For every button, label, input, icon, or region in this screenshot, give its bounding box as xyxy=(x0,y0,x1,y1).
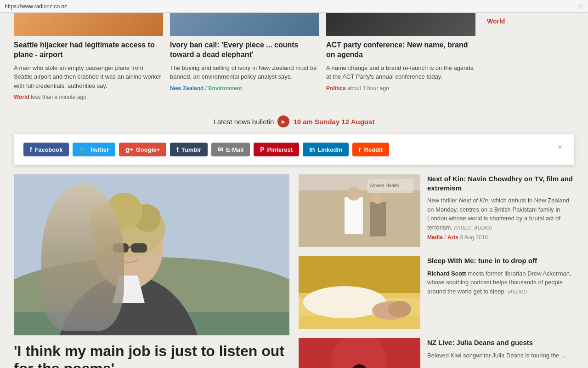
sleep-excerpt: Richard Scott meets former librarian Dre… xyxy=(427,269,574,296)
tumblr-share-button[interactable]: t Tumblr xyxy=(170,143,208,156)
share-close-button[interactable]: × xyxy=(555,143,565,152)
share-overlay: f Facebook 🐦 Twitter g+ Google+ t Tumblr… xyxy=(14,134,574,165)
play-button[interactable]: ▶ xyxy=(277,115,289,127)
svg-rect-20 xyxy=(370,202,386,236)
facebook-label: Facebook xyxy=(35,146,63,153)
svg-text:Ameed Health: Ameed Health xyxy=(370,183,399,188)
card-1-image xyxy=(14,13,163,36)
card-3-time: about 1 hour ago xyxy=(347,85,389,92)
svg-point-21 xyxy=(372,193,383,204)
googleplus-icon: g+ xyxy=(125,146,133,153)
nz-live-content: NZ Live: Julia Deans and guests Beloved … xyxy=(427,338,566,368)
sleep-image-svg xyxy=(299,256,420,329)
news-card-1: Seattle hijacker had legitimate access t… xyxy=(14,13,170,107)
svg-rect-18 xyxy=(345,197,363,234)
nz-live-excerpt: Beloved Kiwi songwriter Julia Deans is t… xyxy=(427,351,566,360)
next-of-kin-excerpt: New thriller Next of Kin, which debuts i… xyxy=(427,196,574,232)
sleep-tags: (AUDIO) xyxy=(508,289,527,294)
next-of-kin-tags: (VIDEO, AUDIO) xyxy=(454,225,492,230)
facebook-icon: f xyxy=(30,146,32,153)
tumblr-label: Tumblr xyxy=(181,146,201,153)
featured-headline[interactable]: 'I think my main job is just to listen o… xyxy=(14,342,289,368)
news-card-3: ACT party conference: New name, brand on… xyxy=(326,13,482,107)
pinterest-icon: P xyxy=(260,146,264,153)
svg-rect-9 xyxy=(113,243,129,253)
email-label: E-Mail xyxy=(226,146,243,153)
side-article-nz-live: NZ Live: Julia Deans and guests Beloved … xyxy=(299,338,574,368)
svg-point-30 xyxy=(332,338,387,368)
card-1-excerpt: A man who stole an empty passenger plane… xyxy=(14,63,163,91)
featured-image-svg xyxy=(14,174,289,335)
next-of-kin-cat2[interactable]: Arts xyxy=(447,234,458,241)
right-column: Ameed Health Next of Kin: Navin Chowdhry… xyxy=(299,174,574,368)
next-of-kin-image-svg: Ameed Health xyxy=(299,174,420,247)
next-of-kin-date: 8 Aug 2018 xyxy=(460,234,488,241)
card-2-excerpt: The buying and selling of ivory in New Z… xyxy=(170,63,319,81)
card-1-time: less than a minute ago xyxy=(31,94,86,100)
card-2-category[interactable]: New Zealand xyxy=(170,85,204,92)
bulletin-bar: Latest news bulletin ▶ 10 am Sunday 12 A… xyxy=(0,107,588,134)
svg-point-19 xyxy=(347,187,361,201)
card-3-excerpt: A name change and a brand re-launch is o… xyxy=(326,63,475,81)
facebook-share-button[interactable]: f Facebook xyxy=(23,143,69,156)
next-of-kin-cat1[interactable]: Media xyxy=(427,234,443,241)
card-2-image xyxy=(170,13,319,36)
email-share-button[interactable]: ✉ E-Mail xyxy=(211,143,250,156)
reddit-share-button[interactable]: r Reddit xyxy=(352,143,389,156)
nz-live-image-svg xyxy=(299,338,420,368)
featured-article-image xyxy=(14,174,289,335)
share-buttons-group: f Facebook 🐦 Twitter g+ Google+ t Tumblr… xyxy=(23,143,389,156)
next-of-kin-content: Next of Kin: Navin Chowdhry on TV, film … xyxy=(427,174,574,247)
reddit-icon: r xyxy=(359,146,361,153)
card-3-image xyxy=(326,13,475,36)
linkedin-label: LinkedIn xyxy=(318,146,342,153)
top-cards-row: Seattle hijacker had legitimate access t… xyxy=(0,13,588,107)
sleep-headline[interactable]: Sleep With Me: tune in to drop off xyxy=(427,256,574,265)
sleep-content: Sleep With Me: tune in to drop off Richa… xyxy=(427,256,574,329)
main-content-section: 'I think my main job is just to listen o… xyxy=(0,165,588,368)
googleplus-label: Google+ xyxy=(136,146,160,153)
bulletin-time: 10 am Sunday 12 August xyxy=(293,118,374,126)
twitter-share-button[interactable]: 🐦 Twitter xyxy=(73,143,115,156)
pinterest-share-button[interactable]: P Pinterest xyxy=(254,143,299,156)
news-card-2: Ivory ban call: 'Every piece ... counts … xyxy=(170,13,326,107)
svg-rect-10 xyxy=(131,243,147,253)
nz-live-headline[interactable]: NZ Live: Julia Deans and guests xyxy=(427,338,566,347)
linkedin-share-button[interactable]: in LinkedIn xyxy=(303,143,349,156)
card-2-category2[interactable]: Environment xyxy=(208,85,242,92)
next-of-kin-meta: Media / Arts 8 Aug 2018 xyxy=(427,234,574,241)
browser-chrome: https://www.radionz.co.nz ☆ xyxy=(0,0,588,13)
side-article-next-of-kin: Ameed Health Next of Kin: Navin Chowdhry… xyxy=(299,174,574,247)
next-of-kin-headline[interactable]: Next of Kin: Navin Chowdhry on TV, film … xyxy=(427,174,574,192)
card-1-category[interactable]: World xyxy=(14,94,29,100)
sidebar-world-category[interactable]: World xyxy=(487,13,574,25)
linkedin-icon: in xyxy=(309,146,315,153)
url-bar[interactable]: https://www.radionz.co.nz xyxy=(5,3,573,10)
sleep-image xyxy=(299,256,420,329)
twitter-icon: 🐦 xyxy=(79,146,87,153)
side-article-sleep-with-me: Sleep With Me: tune in to drop off Richa… xyxy=(299,256,574,329)
card-2-meta: New Zealand / Environment xyxy=(170,85,319,92)
card-1-headline[interactable]: Seattle hijacker had legitimate access t… xyxy=(14,40,163,60)
card-3-meta: Politics about 1 hour ago xyxy=(326,85,475,92)
page-content: Seattle hijacker had legitimate access t… xyxy=(0,13,588,368)
svg-point-27 xyxy=(388,301,411,317)
card-1-meta: World less than a minute ago xyxy=(14,94,163,100)
card-3-headline[interactable]: ACT party conference: New name, brand on… xyxy=(326,40,475,60)
pinterest-label: Pinterest xyxy=(267,146,293,153)
reddit-label: Reddit xyxy=(364,146,383,153)
featured-article: 'I think my main job is just to listen o… xyxy=(14,174,289,368)
email-icon: ✉ xyxy=(218,146,223,153)
tumblr-icon: t xyxy=(176,146,179,153)
next-of-kin-image: Ameed Health xyxy=(299,174,420,247)
twitter-label: Twitter xyxy=(90,146,109,153)
nz-live-image xyxy=(299,338,420,368)
bookmark-star[interactable]: ☆ xyxy=(577,2,583,11)
googleplus-share-button[interactable]: g+ Google+ xyxy=(119,143,166,156)
card-3-category[interactable]: Politics xyxy=(326,85,346,92)
bulletin-label: Latest news bulletin xyxy=(214,118,274,126)
card-2-headline[interactable]: Ivory ban call: 'Every piece ... counts … xyxy=(170,40,319,60)
svg-point-8 xyxy=(106,193,142,230)
sleep-author: Richard Scott xyxy=(427,270,466,277)
